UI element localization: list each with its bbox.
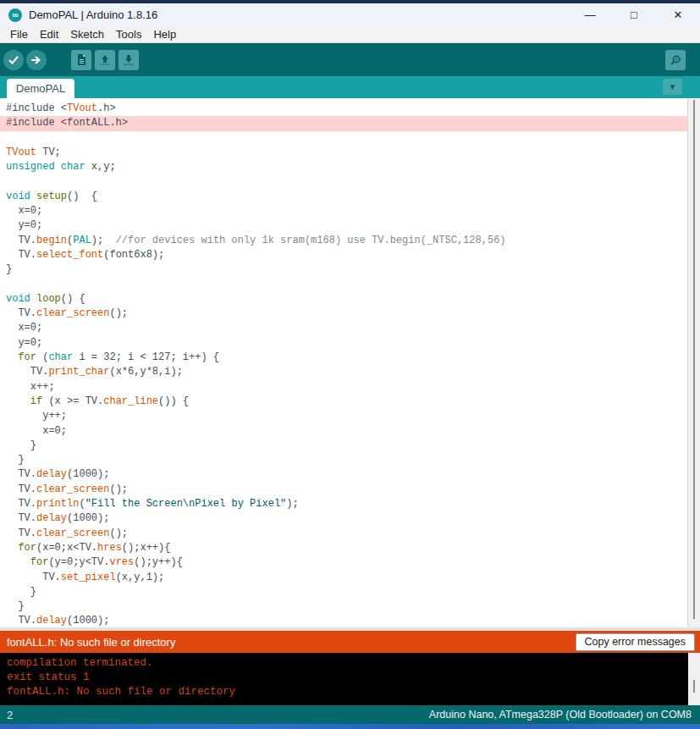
check-icon [8,54,19,66]
editor-scrollbar[interactable] [687,98,700,627]
menubar: File Edit Sketch Tools Help [0,26,700,43]
code-line: TV.print_char(x*6,y*8,i); [6,365,700,379]
status-board-info: Arduino Nano, ATmega328P (Old Bootloader… [429,709,692,721]
arduino-logo-icon: ∞ [8,8,22,22]
arrow-down-icon [123,53,135,66]
menu-tools[interactable]: Tools [110,28,147,41]
code-line: TV.clear_screen(); [6,307,700,321]
code-line: TVout TV; [6,146,700,160]
code-line: x=0; [6,321,700,335]
console-line: compilation terminated. [7,656,693,671]
code-line: } [6,585,700,599]
window-controls: — □ ✕ [583,8,700,22]
menu-edit[interactable]: Edit [34,28,64,41]
minimize-button[interactable]: — [583,8,597,22]
verify-button[interactable] [3,50,24,70]
editor-scrollbar-thumb[interactable] [693,100,695,619]
arduino-ide-window: ∞ DemoPAL | Arduino 1.8.16 — □ ✕ File Ed… [0,0,700,729]
close-button[interactable]: ✕ [671,8,685,22]
code-line: TV.delay(1000); [6,511,700,526]
tabbar: DemoPAL ▼ [0,76,700,98]
code-line: TV.clear_screen(); [6,527,700,541]
serial-monitor-button[interactable] [665,50,686,70]
code-line: TV.println("Fill the Screen\nPixel by Pi… [6,497,700,511]
code-line: for (char i = 32; i < 127; i++) { [6,351,700,365]
console-scrollbar-thumb[interactable] [693,680,695,693]
code-line: for(y=0;y<TV.vres();y++){ [6,555,700,570]
code-line: x=0; [6,424,700,439]
code-line: y++; [6,409,700,423]
code-line: for(x=0;x<TV.hres();x++){ [6,541,700,555]
console-output: compilation terminated.exit status 1font… [0,653,700,703]
new-sketch-button[interactable] [71,50,91,70]
code-line [6,278,700,292]
status-line-number: 2 [7,709,13,721]
editor: #include <TVout.h>#include <fontALL.h> T… [0,98,700,627]
code-line: } [6,439,700,453]
taskbar-strip [0,724,700,729]
maximize-button[interactable]: □ [627,8,641,22]
console[interactable]: compilation terminated.exit status 1font… [0,653,700,705]
console-scrollbar[interactable] [688,653,700,705]
menu-help[interactable]: Help [147,28,182,41]
code-line: void setup() { [6,190,700,204]
tab-demopal[interactable]: DemoPAL [7,79,74,98]
code-line: TV.clear_screen(); [6,483,700,497]
code-line: #include <fontALL.h> [0,116,687,130]
error-message: fontALL.h: No such file or directory [7,636,576,649]
code-line: x++; [6,380,700,395]
open-sketch-button[interactable] [95,50,115,70]
code-line: x=0; [6,204,700,218]
code-line: y=0; [6,336,700,351]
error-bar: fontALL.h: No such file or directory Cop… [0,631,700,653]
tab-list-dropdown-button[interactable]: ▼ [663,79,682,95]
code-line: } [6,599,700,614]
code-line: y=0; [6,218,700,233]
arrow-up-icon [99,53,111,66]
code-line: unsigned char x,y; [6,160,700,174]
code-line: void loop() { [6,292,700,307]
code-line: if (x >= TV.char_line()) { [6,395,700,409]
code-line: #include <TVout.h> [6,102,700,116]
code-line: TV.set_pixel(x,y,1); [6,571,700,585]
console-line: fontALL.h: No such file or directory [7,685,693,699]
copy-error-messages-button[interactable]: Copy error messages [576,633,696,651]
save-sketch-button[interactable] [119,50,139,70]
code-line: } [6,262,700,277]
code-line: TV.select_font(font6x8); [6,248,700,262]
code-line: } [6,453,700,467]
menu-sketch[interactable]: Sketch [64,28,110,41]
code-line: TV.delay(1000); [6,467,700,482]
arrow-right-icon [30,54,42,66]
window-title: DemoPAL | Arduino 1.8.16 [29,8,157,21]
toolbar [0,43,700,76]
chevron-down-icon: ▼ [669,82,677,91]
code-line [6,131,700,146]
console-line: exit status 1 [7,671,693,685]
titlebar: ∞ DemoPAL | Arduino 1.8.16 — □ ✕ [0,3,700,26]
document-icon [75,53,87,66]
code-line: TV.begin(PAL); //for devices with only 1… [6,234,700,248]
menu-file[interactable]: File [4,28,34,41]
magnifier-icon [670,54,682,67]
status-bar: 2 Arduino Nano, ATmega328P (Old Bootload… [0,705,700,724]
upload-button[interactable] [26,50,47,70]
code-area[interactable]: #include <TVout.h>#include <fontALL.h> T… [0,98,700,627]
code-line [6,174,700,189]
code-line: TV.delay(1000); [6,614,700,627]
